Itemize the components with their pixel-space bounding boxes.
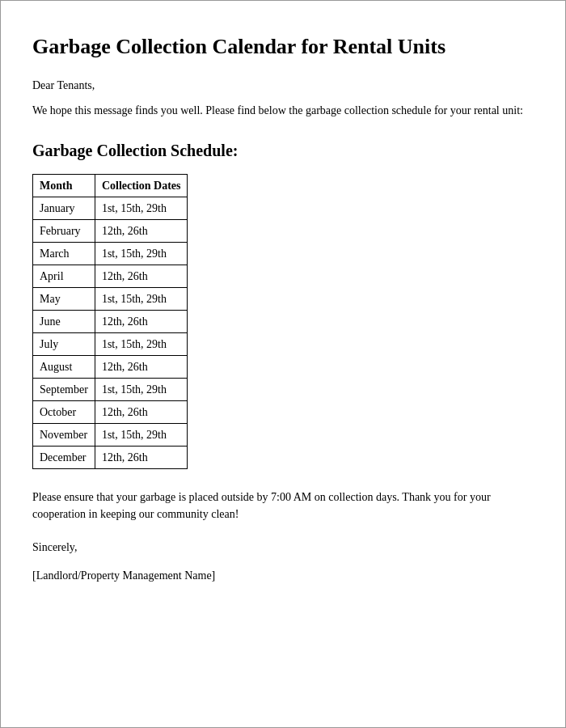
cell-dates: 1st, 15th, 29th: [95, 378, 188, 400]
cell-dates: 1st, 15th, 29th: [95, 242, 188, 265]
page-container: Garbage Collection Calendar for Rental U…: [0, 0, 566, 728]
cell-dates: 1st, 15th, 29th: [95, 332, 188, 355]
cell-month: June: [33, 310, 95, 332]
table-row: February12th, 26th: [33, 219, 188, 242]
cell-dates: 12th, 26th: [95, 219, 188, 242]
cell-dates: 12th, 26th: [95, 265, 188, 287]
cell-dates: 12th, 26th: [95, 400, 188, 423]
cell-month: February: [33, 219, 95, 242]
schedule-table: Month Collection Dates January1st, 15th,…: [32, 174, 188, 469]
cell-month: July: [33, 332, 95, 355]
cell-dates: 12th, 26th: [95, 355, 188, 378]
cell-dates: 1st, 15th, 29th: [95, 197, 188, 219]
table-row: May1st, 15th, 29th: [33, 287, 188, 310]
cell-month: September: [33, 378, 95, 400]
cell-month: January: [33, 197, 95, 219]
column-header-month: Month: [33, 174, 95, 197]
cell-dates: 12th, 26th: [95, 446, 188, 468]
table-row: December12th, 26th: [33, 446, 188, 468]
intro-text: We hope this message finds you well. Ple…: [32, 102, 534, 119]
cell-month: August: [33, 355, 95, 378]
table-row: March1st, 15th, 29th: [33, 242, 188, 265]
section-title: Garbage Collection Schedule:: [32, 138, 534, 163]
table-row: June12th, 26th: [33, 310, 188, 332]
salutation: Dear Tenants,: [32, 77, 534, 94]
table-row: January1st, 15th, 29th: [33, 197, 188, 219]
cell-month: December: [33, 446, 95, 468]
table-header-row: Month Collection Dates: [33, 174, 188, 197]
cell-dates: 12th, 26th: [95, 310, 188, 332]
cell-month: March: [33, 242, 95, 265]
table-row: October12th, 26th: [33, 400, 188, 423]
cell-month: November: [33, 423, 95, 446]
signature-text: [Landlord/Property Management Name]: [32, 567, 534, 584]
document: Garbage Collection Calendar for Rental U…: [32, 1, 534, 616]
table-row: August12th, 26th: [33, 355, 188, 378]
closing-text: Sincerely,: [32, 539, 534, 556]
table-row: July1st, 15th, 29th: [33, 332, 188, 355]
table-row: September1st, 15th, 29th: [33, 378, 188, 400]
cell-month: April: [33, 265, 95, 287]
document-title: Garbage Collection Calendar for Rental U…: [32, 33, 534, 61]
cell-month: October: [33, 400, 95, 423]
table-row: April12th, 26th: [33, 265, 188, 287]
cell-dates: 1st, 15th, 29th: [95, 423, 188, 446]
cell-month: May: [33, 287, 95, 310]
notice-text: Please ensure that your garbage is place…: [32, 489, 534, 523]
cell-dates: 1st, 15th, 29th: [95, 287, 188, 310]
column-header-dates: Collection Dates: [95, 174, 188, 197]
table-row: November1st, 15th, 29th: [33, 423, 188, 446]
